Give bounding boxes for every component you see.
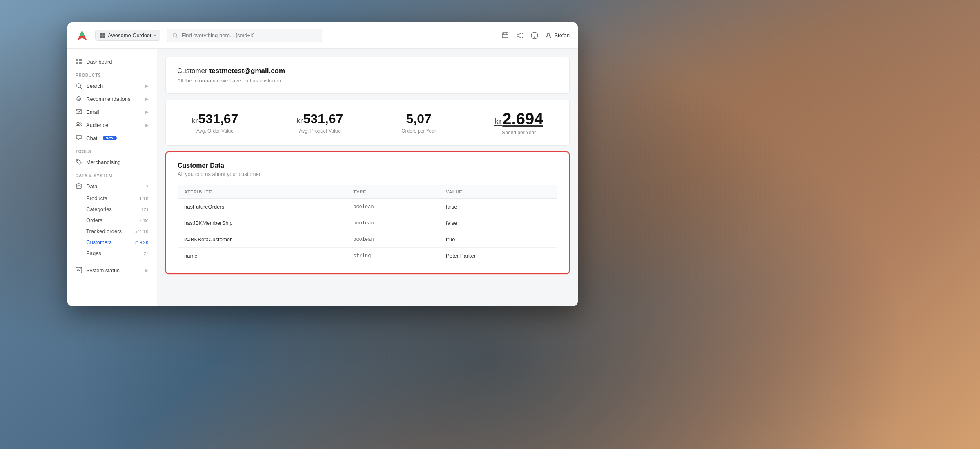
- svg-line-21: [80, 87, 82, 89]
- workspace-chevron-icon: ▾: [154, 33, 156, 38]
- sidebar-audience-label: Audience: [86, 122, 108, 128]
- stat-spend-per-year-number: kr2.694: [494, 110, 543, 128]
- sub-item-tracked-orders-label: Tracked orders: [86, 228, 122, 234]
- sidebar-item-search[interactable]: Search ▶: [67, 79, 157, 92]
- sub-item-customers-label: Customers: [86, 239, 112, 245]
- stat-spend-per-year-label: Spend per Year: [494, 130, 543, 136]
- stat-avg-product-value: kr531,67 Avg. Product Value: [296, 111, 343, 134]
- sidebar-item-data[interactable]: Data ▾: [67, 180, 157, 193]
- stat-avg-order-value: kr531,67 Avg. Order Value: [192, 111, 238, 134]
- stat-divider-2: [372, 113, 372, 133]
- email-arrow-icon: ▶: [145, 110, 149, 114]
- system-status-icon: [76, 267, 82, 273]
- col-attribute: ATTRIBUTE: [178, 185, 347, 199]
- recommendations-arrow-icon: ▶: [145, 97, 149, 101]
- search-bar[interactable]: [167, 29, 322, 42]
- sidebar-item-dashboard-label: Dashboard: [86, 59, 112, 65]
- svg-rect-17: [79, 59, 82, 61]
- sidebar-merchandising-label: Merchandising: [86, 159, 121, 165]
- app-logo: [76, 29, 89, 42]
- sidebar-item-system-status[interactable]: System status ▶: [67, 264, 157, 277]
- customer-subtitle: All the information we have on this cust…: [177, 78, 558, 84]
- col-value: VALUE: [439, 185, 557, 199]
- sidebar-item-recommendations[interactable]: Recommendations ▶: [67, 92, 157, 105]
- svg-rect-6: [502, 33, 508, 38]
- search-input[interactable]: [181, 32, 317, 38]
- merchandising-icon: [76, 159, 82, 165]
- sub-item-orders-label: Orders: [86, 217, 102, 223]
- svg-point-26: [76, 184, 81, 185]
- cell-attribute: hasFutureOrders: [178, 199, 347, 215]
- sub-item-tracked-orders-count: 574.1K: [134, 229, 149, 234]
- app-body: Dashboard PRODUCTS Search ▶: [67, 49, 578, 306]
- sidebar-item-dashboard[interactable]: Dashboard: [67, 55, 157, 68]
- stat-avg-order-label: Avg. Order Value: [192, 128, 238, 134]
- workspace-selector[interactable]: Awesome Outdoor ▾: [95, 30, 160, 41]
- header-actions: ? Stefan: [501, 31, 570, 40]
- sidebar-sub-item-categories[interactable]: Categories 121: [67, 204, 157, 215]
- sidebar-data-label: Data: [86, 183, 97, 189]
- stat-avg-product-label: Avg. Product Value: [296, 128, 343, 134]
- stat-avg-order-currency: kr: [192, 117, 198, 125]
- megaphone-icon[interactable]: [516, 31, 524, 40]
- stat-divider-3: [465, 113, 466, 133]
- notifications-icon[interactable]: [501, 31, 509, 40]
- cell-value: true: [439, 231, 557, 248]
- sidebar-section-tools: TOOLS: [67, 144, 157, 156]
- sidebar-sub-item-pages[interactable]: Pages 27: [67, 248, 157, 259]
- sub-item-categories-count: 121: [141, 207, 149, 212]
- sidebar-item-chat[interactable]: Chat New!: [67, 131, 157, 144]
- sub-item-products-label: Products: [86, 195, 107, 201]
- workspace-icon: [100, 33, 105, 38]
- customer-prefix: Customer: [177, 67, 207, 75]
- svg-rect-19: [79, 62, 82, 64]
- sidebar-sub-item-customers[interactable]: Customers 219.2K: [67, 237, 157, 248]
- customer-email: testmctest@gmail.com: [209, 67, 285, 75]
- sidebar-sub-item-tracked-orders[interactable]: Tracked orders 574.1K: [67, 226, 157, 237]
- audience-icon: [76, 122, 82, 128]
- svg-point-15: [547, 33, 550, 36]
- stat-spend-currency: kr: [494, 116, 502, 127]
- svg-text:?: ?: [534, 33, 536, 38]
- stat-orders-per-year-number: 5,07: [401, 111, 436, 127]
- stat-orders-val: 5,07: [406, 111, 431, 126]
- table-header-row: ATTRIBUTE TYPE VALUE: [178, 185, 557, 199]
- sidebar-chat-label: Chat: [86, 135, 97, 141]
- sidebar-item-audience[interactable]: Audience ▶: [67, 118, 157, 131]
- search-arrow-icon: ▶: [145, 84, 149, 88]
- sidebar-sub-item-products[interactable]: Products 1.1K: [67, 193, 157, 204]
- recommendations-icon: [76, 96, 82, 102]
- sidebar-sub-item-orders[interactable]: Orders 4.4M: [67, 215, 157, 226]
- user-info[interactable]: Stefan: [545, 32, 570, 39]
- customer-title: Customer testmctest@gmail.com: [177, 67, 558, 75]
- cell-value: false: [439, 199, 557, 215]
- svg-rect-2: [100, 36, 102, 38]
- sub-item-orders-count: 4.4M: [139, 218, 149, 223]
- username: Stefan: [554, 32, 570, 38]
- stat-avg-product-value-number: kr531,67: [296, 111, 343, 127]
- sidebar-section-data: DATA & SYSTEM: [67, 169, 157, 180]
- svg-line-12: [522, 37, 523, 38]
- svg-point-24: [80, 123, 81, 124]
- help-icon[interactable]: ?: [530, 31, 539, 40]
- cell-type: boolean: [347, 231, 439, 248]
- col-type: TYPE: [347, 185, 439, 199]
- stat-avg-product-currency: kr: [296, 117, 303, 125]
- svg-rect-0: [100, 33, 102, 35]
- sidebar-item-email[interactable]: Email ▶: [67, 105, 157, 118]
- svg-rect-3: [103, 36, 105, 38]
- svg-rect-16: [76, 59, 78, 61]
- svg-point-25: [77, 160, 78, 161]
- app-window: Awesome Outdoor ▾: [67, 22, 578, 306]
- data-icon: [76, 183, 82, 189]
- sidebar-section-products: PRODUCTS: [67, 68, 157, 79]
- sidebar-recommendations-label: Recommendations: [86, 96, 130, 102]
- stat-avg-order-value-number: kr531,67: [192, 111, 238, 127]
- cell-value: false: [439, 215, 557, 231]
- stats-card: kr531,67 Avg. Order Value kr531,67 Avg. …: [165, 100, 570, 146]
- cell-attribute: hasJBKMemberShip: [178, 215, 347, 231]
- stat-orders-per-year-label: Orders per Year: [401, 128, 436, 134]
- search-icon: [172, 33, 178, 38]
- search-sidebar-icon: [76, 82, 82, 89]
- sidebar-item-merchandising[interactable]: Merchandising: [67, 156, 157, 169]
